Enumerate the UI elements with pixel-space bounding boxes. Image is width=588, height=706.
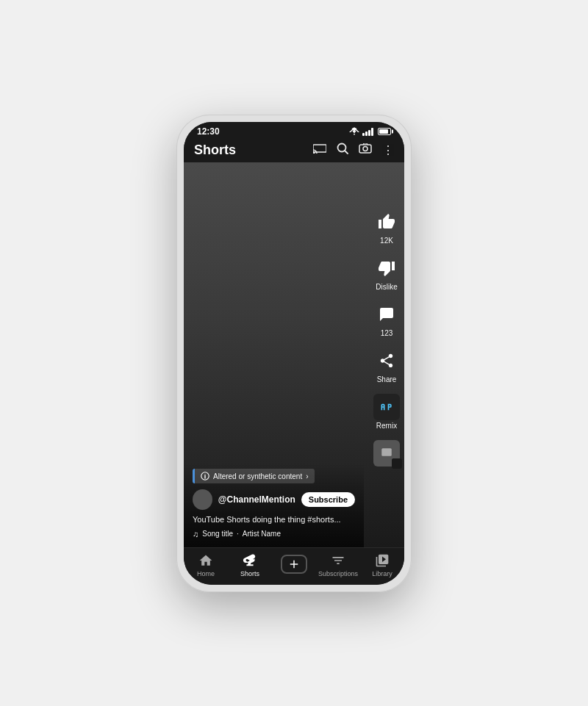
synthetic-badge-text: Altered or synthetic content [213,472,302,480]
more-button[interactable] [373,440,400,467]
dislike-button[interactable]: Dislike [373,255,400,291]
camera-icon[interactable] [359,143,372,156]
status-time: 12:30 [197,126,220,137]
nav-shorts[interactable]: Shorts [228,552,272,577]
synthetic-content-badge[interactable]: Altered or synthetic content › [193,469,315,483]
status-icons [349,127,391,136]
battery-icon [378,128,391,135]
phone-frame: 12:30 [176,115,412,592]
library-icon [375,552,390,569]
info-icon [201,472,209,480]
remix-label: Remix [376,422,397,430]
comment-button[interactable]: 123 [373,301,400,337]
nav-subscriptions[interactable]: Subscriptions [316,552,360,577]
nav-home-label: Home [197,570,215,577]
app-title: Shorts [194,143,313,158]
subscriptions-icon [331,552,345,569]
svg-line-4 [345,151,348,154]
comment-count: 123 [381,329,393,337]
app-header: Shorts [184,140,404,162]
channel-name[interactable]: @ChannelMention [218,494,295,505]
home-icon [198,552,213,569]
svg-rect-5 [359,145,371,153]
svg-rect-7 [381,448,392,456]
share-label: Share [377,375,397,383]
channel-avatar[interactable] [193,489,212,510]
video-description: YouTube Shorts doing the thing #shorts..… [193,514,355,525]
nav-add[interactable] [272,555,316,575]
header-icons: ⋮ [313,143,394,157]
subscribe-button[interactable]: Subscribe [301,492,355,507]
svg-point-10 [204,474,205,475]
music-note-icon: ♫ [193,530,198,538]
nav-home[interactable]: Home [184,552,228,577]
like-button[interactable]: 12K [373,209,400,245]
status-bar: 12:30 [184,122,404,140]
share-button[interactable]: Share [373,347,400,383]
nav-library[interactable]: Library [360,552,404,577]
nav-subscriptions-label: Subscriptions [318,570,358,577]
phone-screen: 12:30 [184,122,404,585]
dislike-label: Dislike [376,283,397,291]
nav-library-label: Library [372,570,392,577]
action-buttons: 12K Dislike 123 [373,209,400,467]
like-count: 12K [380,237,393,245]
signal-icon [362,127,373,136]
video-area[interactable]: 12K Dislike 123 [184,162,404,547]
music-row: ♫ Song title · Artist Name [193,530,355,538]
cast-icon[interactable] [313,143,326,156]
bottom-nav: Home Shorts [184,547,404,585]
more-options-icon[interactable]: ⋮ [382,143,394,157]
shorts-icon [242,552,258,569]
remix-button[interactable]: Remix [373,394,400,430]
artist-name: Artist Name [243,530,281,538]
song-title: Song title [202,530,233,538]
separator: · [237,530,239,538]
add-button[interactable] [281,555,307,574]
search-icon[interactable] [337,143,348,157]
bottom-info: Altered or synthetic content › @ChannelM… [184,463,364,547]
synthetic-badge-arrow: › [306,472,308,480]
nav-shorts-label: Shorts [240,570,259,577]
svg-point-6 [363,147,368,151]
wifi-icon [349,127,359,135]
channel-row: @ChannelMention Subscribe [193,489,355,510]
